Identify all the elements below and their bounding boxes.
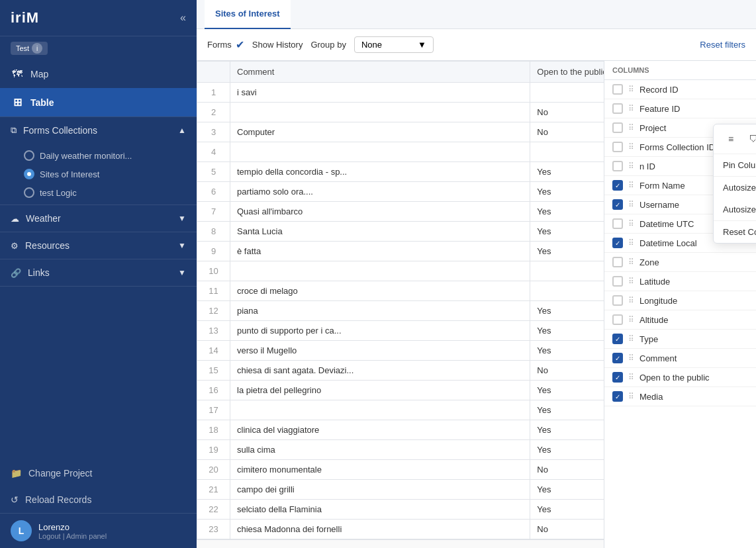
- column-toggle-item[interactable]: ✓ ⠿ Media: [604, 387, 756, 406]
- filter-icon[interactable]: ⛉: [744, 130, 756, 148]
- column-toggle-item[interactable]: ⠿ Latitude: [604, 272, 756, 291]
- collection-item-2[interactable]: test Logic: [0, 183, 197, 202]
- col-checkbox: [612, 276, 623, 287]
- row-num: 13: [197, 321, 230, 341]
- col-label: Open to the public: [639, 373, 748, 383]
- group-by-value: None: [361, 40, 382, 50]
- col-label: Longitude: [639, 296, 748, 306]
- row-comment: selciato della Flaminia: [230, 500, 530, 520]
- column-toggle-item[interactable]: ⠿ Altitude: [604, 310, 756, 330]
- admin-panel-link[interactable]: Admin panel: [66, 532, 107, 540]
- row-comment: cimitero monumentale: [230, 460, 530, 480]
- col-label: Feature ID: [639, 104, 748, 114]
- reset-cols-item[interactable]: Reset Columns: [714, 221, 756, 243]
- drag-handle-icon: ⠿: [628, 296, 634, 305]
- row-num: 1: [197, 83, 230, 103]
- row-comment: punto di supporto per i ca...: [230, 321, 530, 341]
- forms-collections-header[interactable]: ⧉ Forms Collections ▲: [0, 117, 197, 144]
- columns-panel-header: Columns: [604, 61, 756, 80]
- row-comment: [230, 103, 530, 122]
- radio-test: [24, 187, 34, 198]
- row-num: 5: [197, 162, 230, 182]
- context-menu: ≡ ⛉ ⫶ Pin Column › Autosize This Column …: [713, 124, 756, 244]
- change-project-button[interactable]: 📁 Change Project: [0, 460, 197, 486]
- tab-sites-of-interest[interactable]: Sites of Interest: [205, 0, 291, 29]
- row-num: 14: [197, 341, 230, 361]
- column-toggle-item[interactable]: ⠿ Feature ID: [604, 99, 756, 118]
- drag-handle-icon: ⠿: [628, 200, 634, 209]
- autosize-col-item[interactable]: Autosize This Column: [714, 177, 756, 199]
- row-comment: chiesa Madonna dei fornelli: [230, 520, 530, 539]
- col-header-num: [197, 62, 230, 83]
- row-comment: Computer: [230, 122, 530, 142]
- links-icon: 🔗: [11, 268, 21, 278]
- links-header[interactable]: 🔗 Links ▼: [0, 259, 197, 286]
- forms-collections-section: ⧉ Forms Collections ▲ Daily weather moni…: [0, 117, 197, 205]
- col-checkbox: ✓: [612, 353, 623, 363]
- weather-chevron: ▼: [178, 214, 186, 223]
- forms-toggle[interactable]: Forms ✔: [207, 38, 244, 51]
- forms-collections-label: Forms Collections: [23, 125, 97, 136]
- row-comment: partiamo solo ora....: [230, 182, 530, 202]
- col-label: Type: [639, 334, 748, 344]
- row-comment: verso il Mugello: [230, 341, 530, 361]
- sidebar-item-map[interactable]: 🗺 Map: [0, 60, 197, 88]
- user-links: Logout | Admin panel: [38, 532, 186, 540]
- row-num: 15: [197, 361, 230, 381]
- drag-handle-icon: ⠿: [628, 161, 634, 171]
- radio-daily: [24, 150, 34, 161]
- row-comment: campo dei grilli: [230, 480, 530, 500]
- radio-sites: [24, 169, 34, 179]
- col-label: Latitude: [639, 277, 748, 287]
- col-checkbox: [612, 218, 623, 229]
- col-header-comment[interactable]: Comment: [230, 62, 530, 83]
- autosize-all-item[interactable]: Autosize All Columns: [714, 199, 756, 220]
- collection-item-1[interactable]: Sites of Interest: [0, 165, 197, 183]
- collection-item-0[interactable]: Daily weather monitori...: [0, 146, 197, 165]
- row-num: 10: [197, 261, 230, 281]
- sidebar: iriM « Test i 🗺 Map ⊞ Table ⧉ Forms Coll…: [0, 0, 197, 548]
- col-checkbox: [612, 161, 623, 171]
- resources-section: ⚙ Resources ▼: [0, 232, 197, 259]
- show-history-toggle[interactable]: Show History: [252, 40, 303, 50]
- layers-icon: ⧉: [11, 125, 17, 136]
- tab-bar: Sites of Interest: [197, 0, 756, 29]
- row-num: 22: [197, 500, 230, 520]
- row-num: 19: [197, 440, 230, 460]
- collapse-sidebar-button[interactable]: «: [180, 12, 186, 24]
- drag-handle-icon: ⠿: [628, 181, 634, 190]
- sidebar-item-table[interactable]: ⊞ Table: [0, 88, 197, 116]
- col-checkbox: ✓: [612, 180, 623, 191]
- row-comment: [230, 261, 530, 281]
- row-num: 20: [197, 460, 230, 480]
- row-num: 17: [197, 400, 230, 420]
- links-section: 🔗 Links ▼: [0, 259, 197, 287]
- logout-link[interactable]: Logout: [38, 532, 61, 540]
- reload-records-button[interactable]: ↺ Reload Records: [0, 486, 197, 513]
- column-toggle-item[interactable]: ✓ ⠿ Open to the public: [604, 368, 756, 387]
- row-comment: [230, 400, 530, 420]
- row-comment: i savi: [230, 83, 530, 103]
- drag-handle-icon: ⠿: [628, 353, 634, 363]
- resources-header[interactable]: ⚙ Resources ▼: [0, 232, 197, 259]
- col-checkbox: ✓: [612, 391, 623, 402]
- reload-records-label: Reload Records: [25, 494, 91, 505]
- column-toggle-item[interactable]: ✓ ⠿ Type: [604, 330, 756, 349]
- column-toggle-item[interactable]: ✓ ⠿ Comment: [604, 349, 756, 368]
- column-toggle-item[interactable]: ⠿ Zone: [604, 253, 756, 272]
- weather-header[interactable]: ☁ Weather ▼: [0, 205, 197, 232]
- info-icon[interactable]: i: [32, 43, 42, 54]
- reset-filters-button[interactable]: Reset filters: [700, 40, 745, 50]
- pin-column-item[interactable]: Pin Column ›: [714, 154, 756, 176]
- col-checkbox: [612, 122, 623, 133]
- col-label: Zone: [639, 257, 748, 267]
- collection-label-1: Sites of Interest: [40, 169, 99, 179]
- avatar: L: [11, 520, 32, 541]
- table-area: ≡ ⛉ ⫶ Pin Column › Autosize This Column …: [197, 61, 756, 548]
- drag-handle-icon: ⠿: [628, 257, 634, 267]
- column-toggle-item[interactable]: ⠿ Longitude: [604, 291, 756, 310]
- columns-view-icon[interactable]: ≡: [722, 130, 740, 148]
- column-toggle-item[interactable]: ⠿ Record ID: [604, 80, 756, 99]
- row-comment: sulla cima: [230, 440, 530, 460]
- group-by-select[interactable]: None ▼: [354, 36, 434, 53]
